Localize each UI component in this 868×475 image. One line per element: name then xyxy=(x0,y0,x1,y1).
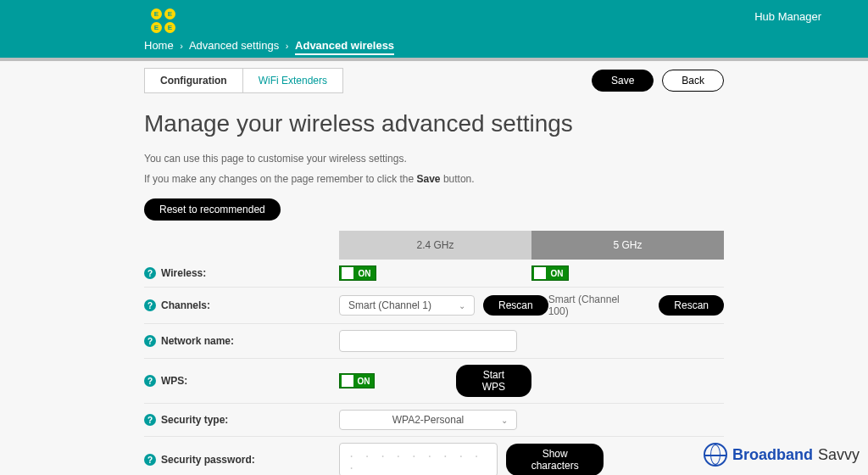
rescan-5-button[interactable]: Rescan xyxy=(659,295,724,316)
channel-24-select[interactable]: Smart (Channel 1) ⌄ xyxy=(339,295,475,316)
main-content: Manage your wireless advanced settings Y… xyxy=(144,110,724,475)
toggle-on-text: ON xyxy=(353,269,376,278)
tab-group: Configuration WiFi Extenders xyxy=(144,68,343,93)
help-icon[interactable]: ? xyxy=(144,299,156,311)
app-header: EEEE Hub Manager Home › Advanced setting… xyxy=(0,0,868,58)
security-type-select[interactable]: WPA2-Personal ⌄ xyxy=(339,410,517,430)
desc2-post: button. xyxy=(441,173,475,185)
help-icon[interactable]: ? xyxy=(144,375,156,387)
rescan-24-button[interactable]: Rescan xyxy=(483,295,548,316)
label-wireless: Wireless: xyxy=(161,267,206,279)
help-icon[interactable]: ? xyxy=(144,267,156,279)
page-description-1: You can use this page to customise your … xyxy=(144,153,724,165)
tab-wifi-extenders[interactable]: WiFi Extenders xyxy=(242,69,342,92)
reset-recommended-button[interactable]: Reset to recommended xyxy=(144,198,281,221)
show-characters-button[interactable]: Show characters xyxy=(506,444,604,475)
network-name-input[interactable] xyxy=(339,330,517,352)
header-divider xyxy=(0,58,868,61)
watermark-text-2: Savvy xyxy=(818,446,860,463)
channel-5-value: Smart (Channel 100) xyxy=(548,293,643,317)
security-password-input[interactable]: . . . . . . . . . . xyxy=(339,443,498,475)
wireless-5-toggle[interactable]: ON xyxy=(531,265,569,281)
chevron-down-icon: ⌄ xyxy=(501,416,508,425)
wireless-24-toggle[interactable]: ON xyxy=(339,265,376,281)
top-bar: Configuration WiFi Extenders Save Back xyxy=(144,68,724,93)
label-wps: WPS: xyxy=(161,375,187,387)
row-wps: ? WPS: ON Start WPS xyxy=(144,359,724,404)
page-description-2: If you make any changes on the page reme… xyxy=(144,173,724,185)
label-security-type: Security type: xyxy=(161,414,228,426)
tab-configuration[interactable]: Configuration xyxy=(145,69,242,92)
chevron-down-icon: ⌄ xyxy=(459,301,465,310)
help-icon[interactable]: ? xyxy=(144,414,156,426)
security-type-value: WPA2-Personal xyxy=(392,414,464,426)
watermark-logo: Broadband Savvy xyxy=(704,443,860,467)
band-headers: 2.4 GHz 5 GHz xyxy=(144,231,724,260)
breadcrumb-home[interactable]: Home xyxy=(144,39,174,52)
desc2-bold: Save xyxy=(417,173,441,185)
label-security-password: Security password: xyxy=(161,454,255,466)
row-security-password: ? Security password: . . . . . . . . . .… xyxy=(144,437,724,475)
band-header-5ghz[interactable]: 5 GHz xyxy=(531,231,724,260)
breadcrumb-advanced-settings[interactable]: Advanced settings xyxy=(189,39,279,52)
watermark-text-1: Broadband xyxy=(732,446,813,464)
help-icon[interactable]: ? xyxy=(144,454,156,466)
globe-icon xyxy=(704,443,727,467)
start-wps-button[interactable]: Start WPS xyxy=(456,365,531,397)
save-button[interactable]: Save xyxy=(592,70,654,92)
channel-24-value: Smart (Channel 1) xyxy=(348,299,431,311)
back-button[interactable]: Back xyxy=(662,70,724,92)
breadcrumb: Home › Advanced settings › Advanced wire… xyxy=(144,39,394,52)
page-title: Manage your wireless advanced settings xyxy=(144,110,724,137)
row-network-name: ? Network name: xyxy=(144,324,724,359)
row-security-type: ? Security type: WPA2-Personal ⌄ xyxy=(144,404,724,437)
chevron-right-icon: › xyxy=(180,41,183,51)
wps-toggle[interactable]: ON xyxy=(339,373,375,388)
breadcrumb-current: Advanced wireless xyxy=(295,39,394,55)
band-header-24ghz[interactable]: 2.4 GHz xyxy=(339,231,531,260)
chevron-right-icon: › xyxy=(286,41,289,51)
label-network-name: Network name: xyxy=(161,335,234,347)
app-title[interactable]: Hub Manager xyxy=(754,10,821,23)
toggle-on-text: ON xyxy=(353,377,374,386)
row-wireless: ? Wireless: ON ON xyxy=(144,260,724,288)
toggle-on-text: ON xyxy=(546,269,568,278)
desc2-pre: If you make any changes on the page reme… xyxy=(144,173,417,185)
label-channels: Channels: xyxy=(161,299,210,311)
ee-logo: EEEE xyxy=(151,8,176,33)
row-channels: ? Channels: Smart (Channel 1) ⌄ Rescan S… xyxy=(144,288,724,324)
help-icon[interactable]: ? xyxy=(144,335,156,347)
